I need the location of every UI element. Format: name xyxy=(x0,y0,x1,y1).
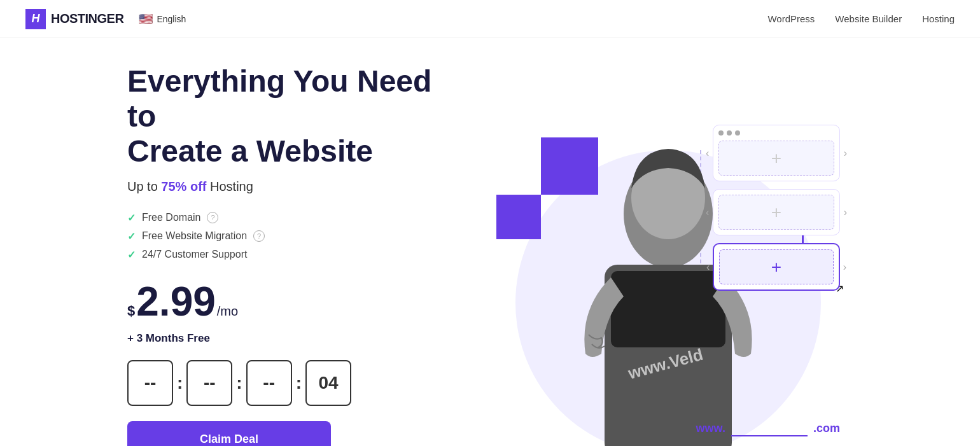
countdown-timer: -- : -- : -- : 04 xyxy=(127,360,458,406)
price-amount: 2.99 xyxy=(136,281,216,322)
feature-free-domain: ✓ Free Domain ? xyxy=(127,212,458,224)
svg-rect-3 xyxy=(611,271,725,347)
brand-logo[interactable]: H HOSTINGER xyxy=(25,9,123,29)
bonus-text: + 3 Months Free xyxy=(127,332,458,345)
nav-item-hosting[interactable]: Hosting xyxy=(922,13,955,24)
hero-content: Everything You Need to Create a Website … xyxy=(127,64,458,446)
nav-arrow-left[interactable]: ‹ xyxy=(706,207,709,218)
navbar: H HOSTINGER 🇺🇸 English WordPress Website… xyxy=(0,0,980,38)
lang-label: English xyxy=(157,14,186,24)
feature-text: Free Website Migration xyxy=(142,230,247,242)
countdown-minutes: -- xyxy=(186,360,232,406)
dot-2 xyxy=(727,130,732,136)
brand-name: HOSTINGER xyxy=(51,11,123,26)
builder-card-2: + ‹ › xyxy=(713,189,840,235)
cursor-icon: ↗ xyxy=(836,282,844,295)
hero-section: Everything You Need to Create a Website … xyxy=(0,38,980,446)
main-nav: WordPress Website Builder Hosting xyxy=(767,13,955,24)
logo-icon: H xyxy=(25,9,46,29)
price-per: /mo xyxy=(217,304,238,319)
builder-card-selected[interactable]: + ‹ › ↗ xyxy=(713,243,840,291)
domain-suffix: .com xyxy=(813,422,840,435)
price-dollar: $ xyxy=(127,303,135,319)
countdown-sep: : xyxy=(296,373,302,393)
flag-icon: 🇺🇸 xyxy=(139,12,153,26)
features-list: ✓ Free Domain ? ✓ Free Website Migration… xyxy=(127,212,458,261)
language-selector[interactable]: 🇺🇸 English xyxy=(139,12,186,26)
hero-title: Everything You Need to Create a Website xyxy=(127,64,458,169)
countdown-hours: -- xyxy=(127,360,173,406)
countdown-seconds: -- xyxy=(246,360,292,406)
add-icon: + xyxy=(771,202,781,223)
website-builder-ui: + ‹ › + ‹ › + ‹ › ↗ xyxy=(713,125,840,291)
nav-arrow-right[interactable]: › xyxy=(844,148,847,159)
nav-arrow-right[interactable]: › xyxy=(844,207,847,218)
countdown-sep: : xyxy=(236,373,242,393)
question-icon[interactable]: ? xyxy=(253,230,265,242)
checkmark-icon: ✓ xyxy=(127,249,136,261)
countdown-sep: : xyxy=(177,373,183,393)
feature-text: 24/7 Customer Support xyxy=(142,249,247,260)
nav-arrow-left[interactable]: ‹ xyxy=(706,261,710,273)
countdown-final: 04 xyxy=(305,360,351,406)
card-body-2: + xyxy=(718,195,834,230)
checkmark-icon: ✓ xyxy=(127,212,136,224)
window-dots xyxy=(718,130,834,136)
claim-deal-button[interactable]: Claim Deal xyxy=(127,421,331,446)
builder-card-1: + ‹ › xyxy=(713,125,840,181)
checkmark-icon: ✓ xyxy=(127,230,136,242)
domain-row: www. .com xyxy=(696,422,840,436)
feature-text: Free Domain xyxy=(142,212,200,223)
add-icon-active: + xyxy=(771,257,781,277)
hero-subtitle: Up to 75% off Hosting xyxy=(127,179,458,194)
domain-www: www. xyxy=(696,422,725,435)
domain-underline[interactable] xyxy=(731,422,808,436)
dot-1 xyxy=(718,130,724,136)
price-block: $ 2.99 /mo xyxy=(127,281,458,322)
card-body-3: + xyxy=(719,249,834,284)
question-icon[interactable]: ? xyxy=(207,212,218,223)
nav-arrow-left[interactable]: ‹ xyxy=(706,148,709,159)
hero-image-area: www.Veld + ‹ › + xyxy=(484,87,853,446)
nav-item-website-builder[interactable]: Website Builder xyxy=(835,13,902,24)
card-body-1: + xyxy=(718,141,834,176)
nav-arrow-right[interactable]: › xyxy=(843,261,846,273)
nav-item-wordpress[interactable]: WordPress xyxy=(767,13,815,24)
feature-migration: ✓ Free Website Migration ? xyxy=(127,230,458,242)
add-icon: + xyxy=(771,148,781,169)
dot-3 xyxy=(735,130,740,136)
purple-square-2 xyxy=(496,195,541,239)
feature-support: ✓ 24/7 Customer Support xyxy=(127,249,458,261)
